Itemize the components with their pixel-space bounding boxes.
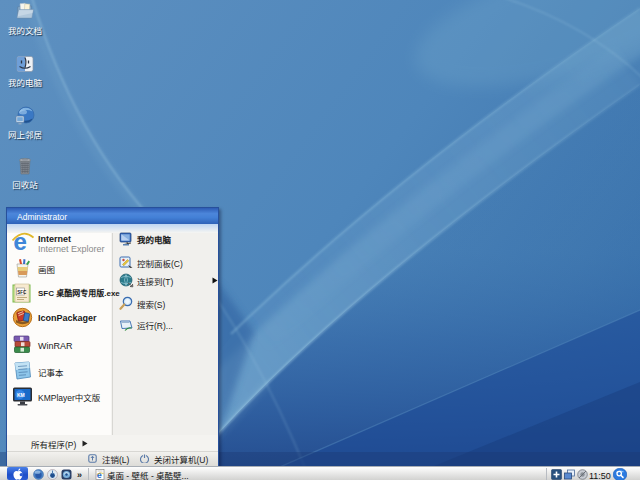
svg-text:KM: KM [17, 392, 25, 398]
svg-text:e: e [97, 470, 102, 480]
svg-text:SFC: SFC [17, 290, 27, 295]
